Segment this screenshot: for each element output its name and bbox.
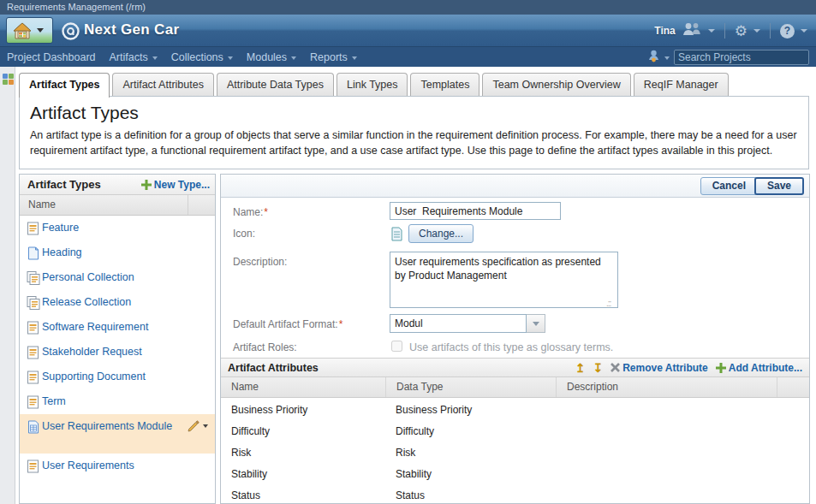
plus-icon xyxy=(141,180,152,190)
search-scope-icon[interactable] xyxy=(647,49,660,65)
panel-title: Artifact Types xyxy=(27,178,141,191)
type-icon-preview xyxy=(390,227,403,241)
cell-name: Difficulty xyxy=(221,421,385,442)
name-column-header[interactable]: Name xyxy=(20,195,215,216)
resize-grip-icon[interactable]: .:: xyxy=(606,299,611,308)
format-dropdown-button[interactable] xyxy=(527,314,545,333)
roles-field-label: Artifact Roles: xyxy=(233,341,297,353)
people-menu-caret-icon[interactable] xyxy=(708,29,715,33)
plus-icon xyxy=(716,363,726,373)
move-down-icon[interactable]: ↧ xyxy=(593,362,603,374)
table-row[interactable]: Status Status xyxy=(221,485,809,504)
gear-icon[interactable]: ⚙ xyxy=(735,24,748,39)
banner: Next Gen Car Tina ⚙ ? xyxy=(0,15,816,47)
column-name-label: Name xyxy=(20,195,188,215)
cancel-button[interactable]: Cancel xyxy=(700,177,758,195)
cell-name: Stability xyxy=(221,464,385,485)
page-header: Artifact Types An artifact type is a def… xyxy=(19,96,809,169)
menu-reports[interactable]: Reports xyxy=(310,51,357,63)
table-row[interactable]: Difficulty Difficulty xyxy=(221,421,809,442)
list-item-stakeholder-request[interactable]: Stakeholder Request xyxy=(20,340,215,365)
tab-attribute-data-types[interactable]: Attribute Data Types xyxy=(217,73,334,96)
item-label: Personal Collection xyxy=(42,271,134,285)
home-menu-caret-icon[interactable] xyxy=(37,28,44,33)
tab-reqif-manager[interactable]: ReqIF Manager xyxy=(634,73,729,96)
column-header-description[interactable]: Description xyxy=(556,377,777,397)
artifact-attributes-header: Artifact Attributes ↥ ↧ Remove Attribute… xyxy=(221,358,809,377)
grid-square xyxy=(3,74,8,79)
attributes-column-header: Name Data Type Description xyxy=(221,377,809,398)
move-up-icon[interactable]: ↥ xyxy=(575,362,586,374)
save-button[interactable]: Save xyxy=(754,177,804,195)
help-icon[interactable]: ? xyxy=(780,24,795,39)
table-row[interactable]: Risk Risk xyxy=(221,442,809,464)
search-area xyxy=(647,47,809,67)
item-label: Term xyxy=(42,395,66,409)
item-label: Stakeholder Request xyxy=(42,346,142,359)
tab-bar: Artifact Types Artifact Attributes Attri… xyxy=(19,73,729,97)
menu-label: Project Dashboard xyxy=(7,51,96,63)
menu-artifacts[interactable]: Artifacts xyxy=(110,51,158,63)
list-item-feature[interactable]: Feature xyxy=(20,216,215,240)
list-item-term[interactable]: Term xyxy=(20,389,215,414)
cell-description xyxy=(556,464,809,485)
menu-modules[interactable]: Modules xyxy=(247,51,296,63)
menu-label: Modules xyxy=(247,51,287,63)
tab-team-ownership-overview[interactable]: Team Ownership Overview xyxy=(482,73,630,96)
environment-label: Requirements Management (/rm) xyxy=(7,2,146,12)
search-input[interactable] xyxy=(675,51,814,63)
list-item-personal-collection[interactable]: Personal Collection xyxy=(20,265,215,290)
item-label: User Requirements xyxy=(42,460,134,473)
chevron-down-icon xyxy=(352,56,357,60)
format-value[interactable]: Modul xyxy=(390,314,527,333)
list-item-supporting-document[interactable]: Supporting Document xyxy=(20,365,215,389)
new-type-button[interactable]: New Type... xyxy=(141,179,210,191)
edit-type-menu-button[interactable] xyxy=(187,419,208,433)
change-icon-button[interactable]: Change... xyxy=(408,224,474,243)
tab-artifact-attributes[interactable]: Artifact Attributes xyxy=(112,73,213,96)
menu-collections[interactable]: Collections xyxy=(171,51,233,63)
tab-templates[interactable]: Templates xyxy=(410,73,479,96)
tab-link-types[interactable]: Link Types xyxy=(337,73,408,96)
list-item-release-collection[interactable]: Release Collection xyxy=(20,290,215,315)
column-header-data-type[interactable]: Data Type xyxy=(385,377,556,397)
menu-project-dashboard[interactable]: Project Dashboard xyxy=(7,51,96,63)
artifact-types-panel: Artifact Types New Type... Name Feature xyxy=(19,174,216,504)
list-item-user-requirements-module[interactable]: User Requirements Module xyxy=(20,414,215,454)
x-icon xyxy=(611,363,620,372)
grid-square xyxy=(9,80,14,85)
chevron-down-icon xyxy=(203,424,208,428)
description-textarea[interactable]: User requirements specification as prese… xyxy=(390,252,618,308)
remove-attribute-button[interactable]: Remove Attribute xyxy=(611,362,708,374)
cell-data-type: Status xyxy=(385,485,556,504)
separator xyxy=(724,23,725,39)
format-field-label: Default Artifact Format:* xyxy=(233,318,342,330)
people-icon[interactable] xyxy=(682,22,702,39)
attributes-toolbar: ↥ ↧ Remove Attribute Add Attribute... xyxy=(575,362,802,374)
grid-square xyxy=(9,74,14,79)
list-item-software-requirement[interactable]: Software Requirement xyxy=(20,315,215,340)
blank-document-icon xyxy=(27,246,40,260)
project-title: Next Gen Car xyxy=(84,21,179,39)
cell-description xyxy=(556,400,809,421)
tab-artifact-types[interactable]: Artifact Types xyxy=(19,73,110,98)
add-attribute-label: Add Attribute... xyxy=(729,362,802,374)
column-actions xyxy=(188,195,215,215)
section-title: Artifact Attributes xyxy=(228,362,575,374)
cell-data-type: Stability xyxy=(385,464,556,485)
list-item-user-requirements[interactable]: User Requirements xyxy=(20,454,215,478)
list-item-heading[interactable]: Heading xyxy=(20,240,215,265)
views-grid-icon[interactable] xyxy=(3,74,14,85)
page-description: An artifact type is a definition for a g… xyxy=(30,127,798,158)
add-attribute-button[interactable]: Add Attribute... xyxy=(716,362,802,374)
format-combobox[interactable]: Modul xyxy=(390,314,545,333)
column-header-name[interactable]: Name xyxy=(221,377,385,397)
home-button[interactable] xyxy=(6,17,53,44)
name-input[interactable] xyxy=(390,202,561,220)
help-menu-caret-icon[interactable] xyxy=(801,29,807,33)
search-scope-caret-icon[interactable] xyxy=(664,56,670,60)
table-row[interactable]: Business Priority Business Priority xyxy=(221,400,809,421)
table-row[interactable]: Stability Stability xyxy=(221,464,809,485)
gear-menu-caret-icon[interactable] xyxy=(753,29,760,33)
banner-actions: Tina ⚙ ? xyxy=(654,15,807,47)
